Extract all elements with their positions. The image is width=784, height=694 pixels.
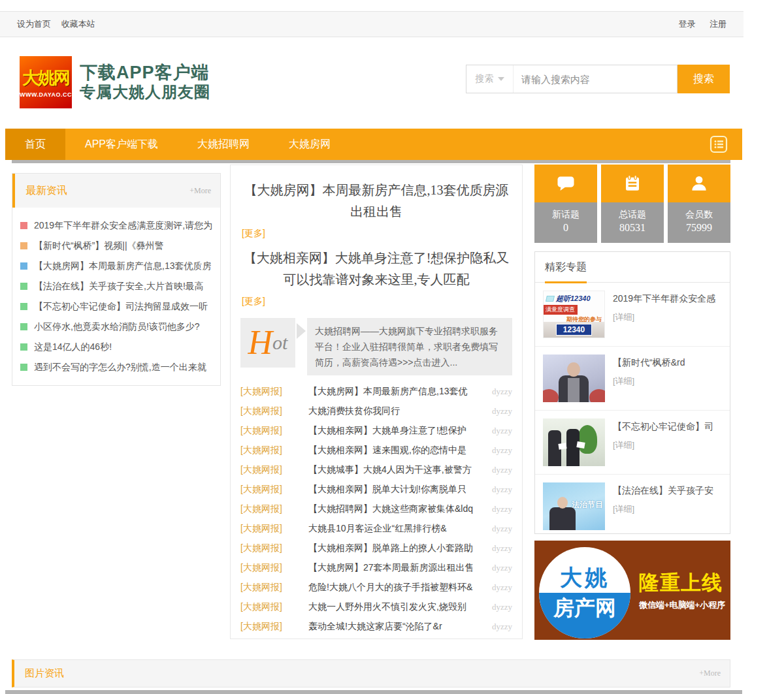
- topic-detail-link[interactable]: [详细]: [613, 375, 685, 387]
- board-news-row[interactable]: [大姚网报] 危险!大姚八个月大的孩子手指被塑料环& dyzzy: [240, 578, 512, 597]
- featured-post-title-1[interactable]: 【大姚房网】本周最新房产信息,13套优质房源出租出售: [240, 180, 512, 223]
- board-tag[interactable]: [大姚网报]: [240, 582, 303, 593]
- decor-shape: [589, 389, 605, 402]
- board-author[interactable]: dyzzy: [492, 602, 512, 612]
- nav-item-home[interactable]: 首页: [5, 129, 65, 160]
- board-title[interactable]: 大姚一人野外用火不慎引发火灾,烧毁别: [308, 601, 487, 613]
- board-author[interactable]: dyzzy: [492, 524, 512, 534]
- topic-detail-link[interactable]: [详细]: [613, 311, 715, 323]
- topic-title[interactable]: 【新时代“枫桥&rd: [613, 357, 685, 369]
- latest-news-item[interactable]: 【大姚房网】本周最新房产信息,13套优质房: [20, 256, 214, 276]
- photo-news-more-link[interactable]: +More: [699, 669, 721, 678]
- search-input[interactable]: [514, 65, 677, 93]
- stat-new-topics[interactable]: 新话题 0: [534, 165, 597, 243]
- board-tag[interactable]: [大姚网报]: [240, 405, 303, 417]
- nav-item-jobs[interactable]: 大姚招聘网: [178, 129, 269, 160]
- board-title[interactable]: 【大姚相亲网】脱单大计划!你离脱单只: [308, 484, 487, 496]
- board-title[interactable]: 【大姚房网】本周最新房产信息,13套优: [308, 386, 487, 398]
- board-news-row[interactable]: [大姚网报] 轰动全城!大姚这家店要“沦陷了&r dyzzy: [240, 617, 512, 637]
- board-news-row[interactable]: [大姚网报] 【大姚相亲网】脱单大计划!你离脱单只 dyzzy: [240, 480, 512, 499]
- nav-item-app-download[interactable]: APP客户端下载: [65, 129, 178, 160]
- board-title[interactable]: 【大姚相亲网】大姚单身注意了!想保护: [308, 425, 487, 437]
- board-news-row[interactable]: [大姚网报] 【大姚城事】大姚4人因为干这事,被警方 dyzzy: [240, 460, 512, 480]
- board-title[interactable]: 轰动全城!大姚这家店要“沦陷了&r: [308, 621, 487, 633]
- board-tag[interactable]: [大姚网报]: [240, 503, 303, 515]
- topic-title[interactable]: 2019年下半年群众安全感: [613, 293, 715, 305]
- topic-title[interactable]: 【法治在线】关乎孩子安: [613, 485, 713, 497]
- board-tag[interactable]: [大姚网报]: [240, 601, 303, 613]
- login-link[interactable]: 登录: [678, 19, 695, 29]
- latest-news-item[interactable]: 2019年下半年群众安全感满意度测评,请您为: [20, 215, 214, 236]
- set-home-link[interactable]: 设为首页: [17, 19, 51, 29]
- board-title[interactable]: 【大姚相亲网】速来围观,你的恋情中是: [308, 445, 487, 456]
- board-news-row[interactable]: [大姚网报] 大姚县10月客运企业“红黑排行榜& dyzzy: [240, 519, 512, 539]
- latest-news-item-text: 【大姚房网】本周最新房产信息,13套优质房: [34, 260, 211, 272]
- add-favorite-link[interactable]: 收藏本站: [61, 19, 95, 29]
- topic-detail-link[interactable]: [详细]: [613, 503, 713, 515]
- board-news-row[interactable]: [大姚网报] 【大姚相亲网】脱单路上的撩人小套路助 dyzzy: [240, 539, 512, 558]
- board-author[interactable]: dyzzy: [492, 406, 512, 417]
- topic-item-meeting[interactable]: 【不忘初心牢记使命】司 [详细]: [535, 411, 730, 475]
- menu-list-icon[interactable]: [710, 135, 728, 153]
- latest-news-item[interactable]: 【新时代“枫桥”】视频||《彝州警: [20, 236, 214, 256]
- board-tag[interactable]: [大姚网报]: [240, 621, 303, 633]
- board-author[interactable]: dyzzy: [492, 465, 512, 475]
- housing-ad-banner[interactable]: 大姚 房产网 隆重上线 微信端+电脑端+小程序: [534, 541, 730, 640]
- topic-item-survey[interactable]: 超听12340 满意度调查 期待您的参与 12340 2019年下半年群众安全感…: [535, 283, 730, 347]
- board-title[interactable]: 【大姚城事】大姚4人因为干这事,被警方: [308, 464, 487, 476]
- stat-members[interactable]: 会员数 75999: [668, 165, 730, 243]
- latest-news-item[interactable]: 这是14亿人的46秒!: [20, 337, 214, 357]
- latest-news-item[interactable]: 【不忘初心牢记使命】司法拘留显成效一听: [20, 296, 214, 317]
- board-author[interactable]: dyzzy: [492, 622, 512, 632]
- featured-post-title-2[interactable]: 【大姚相亲网】大姚单身注意了!想保护隐私又可以找靠谱对象来这里,专人匹配: [240, 247, 512, 291]
- board-title[interactable]: 大姚县10月客运企业“红黑排行榜&: [308, 523, 487, 535]
- register-link[interactable]: 注册: [710, 19, 727, 29]
- board-title[interactable]: 【大姚相亲网】脱单路上的撩人小套路助: [308, 543, 487, 554]
- board-author[interactable]: dyzzy: [492, 563, 512, 573]
- topic-item-podium[interactable]: 法治节目 【法治在线】关乎孩子安 [详细]: [535, 475, 730, 538]
- board-tag[interactable]: [大姚网报]: [240, 543, 303, 554]
- board-news-row[interactable]: [大姚网报] 【大姚相亲网】速来围观,你的恋情中是 dyzzy: [240, 441, 512, 460]
- search-button[interactable]: 搜索: [678, 65, 730, 93]
- board-author[interactable]: dyzzy: [492, 504, 512, 514]
- board-news-row[interactable]: [大姚网报] 【大姚招聘网】大姚这些商家被集体&ldq dyzzy: [240, 499, 512, 519]
- search-category-select[interactable]: 搜索: [466, 65, 514, 93]
- board-author[interactable]: dyzzy: [492, 426, 512, 436]
- logo-title: 大姚网: [22, 67, 69, 89]
- topic-detail-link[interactable]: [详细]: [613, 439, 713, 451]
- more-link-1[interactable]: [更多]: [242, 228, 265, 240]
- board-title[interactable]: 【大姚招聘网】大姚这些商家被集体&ldq: [308, 503, 487, 515]
- stat-total-topics[interactable]: 总话题 80531: [601, 165, 664, 243]
- hot-banner[interactable]: H ot 大姚招聘网——大姚网旗下专业招聘求职服务平台！企业入驻招聘很简单，求职…: [240, 318, 512, 375]
- topic-title[interactable]: 【不忘初心牢记使命】司: [613, 421, 713, 433]
- board-tag[interactable]: [大姚网报]: [240, 386, 303, 398]
- board-tag[interactable]: [大姚网报]: [240, 484, 303, 496]
- board-news-row[interactable]: [大姚网报] 大姚一人野外用火不慎引发火灾,烧毁别 dyzzy: [240, 597, 512, 617]
- board-author[interactable]: dyzzy: [492, 543, 512, 554]
- ad-logo-circle: 大姚 房产网: [539, 547, 630, 639]
- latest-news-more-link[interactable]: +More: [189, 186, 211, 196]
- topic-item-anchor[interactable]: 【新时代“枫桥&rd [详细]: [535, 347, 730, 411]
- board-tag[interactable]: [大姚网报]: [240, 464, 303, 476]
- board-tag[interactable]: [大姚网报]: [240, 445, 303, 456]
- board-author[interactable]: dyzzy: [492, 484, 512, 495]
- site-logo[interactable]: 大姚网 WWW.DAYAO.CC: [20, 56, 72, 108]
- board-author[interactable]: dyzzy: [492, 582, 512, 593]
- board-news-row[interactable]: [大姚网报] 【大姚相亲网】大姚单身注意了!想保护 dyzzy: [240, 421, 512, 441]
- board-author[interactable]: dyzzy: [492, 445, 512, 456]
- board-title[interactable]: 【大姚房网】27套本周最新房源出租出售: [308, 562, 487, 574]
- board-tag[interactable]: [大姚网报]: [240, 562, 303, 574]
- board-tag[interactable]: [大姚网报]: [240, 523, 303, 535]
- board-author[interactable]: dyzzy: [492, 386, 512, 397]
- board-news-row[interactable]: [大姚网报] 【大姚房网】本周最新房产信息,13套优 dyzzy: [240, 382, 512, 402]
- board-title[interactable]: 危险!大姚八个月大的孩子手指被塑料环&: [308, 582, 487, 593]
- board-title[interactable]: 大姚消费扶贫你我同行: [308, 405, 487, 417]
- latest-news-item[interactable]: 遇到不会写的字怎么办?别慌,造一个出来就: [20, 357, 214, 377]
- board-tag[interactable]: [大姚网报]: [240, 425, 303, 437]
- board-news-row[interactable]: [大姚网报] 【大姚房网】27套本周最新房源出租出售 dyzzy: [240, 558, 512, 578]
- more-link-2[interactable]: [更多]: [242, 296, 265, 308]
- latest-news-item[interactable]: 【法治在线】关乎孩子安全,大片首映!最高: [20, 276, 214, 296]
- board-news-row[interactable]: [大姚网报] 大姚消费扶贫你我同行 dyzzy: [240, 402, 512, 421]
- latest-news-item[interactable]: 小区停水,他竟卖水给消防员!该罚他多少?: [20, 317, 214, 337]
- nav-item-housing[interactable]: 大姚房网: [269, 129, 350, 160]
